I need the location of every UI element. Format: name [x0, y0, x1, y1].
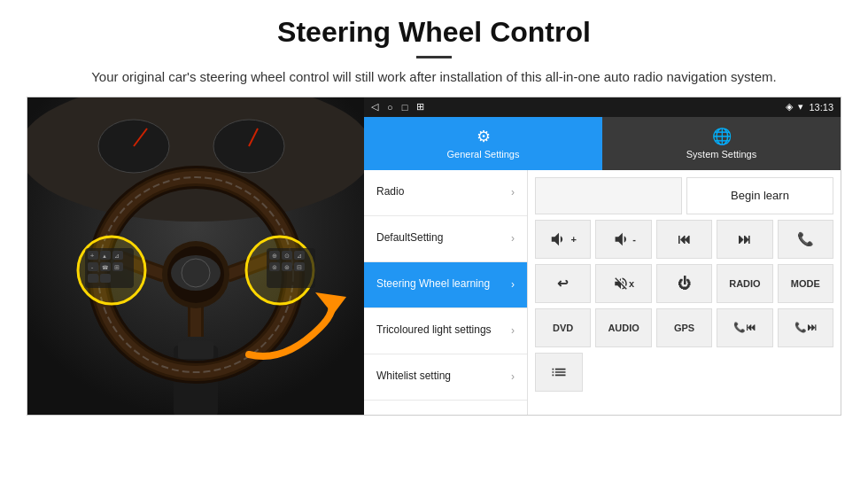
settings-list: Radio › DefaultSetting › Steering Wheel …	[364, 170, 841, 415]
tab-general-settings[interactable]: ⚙ General Settings	[364, 117, 602, 170]
tablet-ui: ◁ ○ □ ⊞ ◈ ▾ 13:13 ⚙ General Settings 🌐 S…	[364, 97, 841, 415]
menu-item-whitelist-label: Whitelist setting	[376, 370, 451, 384]
next-track-button[interactable]: ⏭	[717, 220, 772, 259]
menu-item-steering-wheel[interactable]: Steering Wheel learning ›	[364, 262, 527, 308]
begin-learn-button[interactable]: Begin learn	[686, 177, 833, 214]
svg-rect-24	[88, 274, 98, 283]
general-settings-icon: ⚙	[477, 127, 491, 146]
svg-text:+: +	[90, 252, 95, 260]
svg-point-14	[171, 255, 221, 291]
status-bar: ◁ ○ □ ⊞ ◈ ▾ 13:13	[364, 97, 841, 117]
page-header: Steering Wheel Control Your original car…	[0, 0, 868, 97]
chevron-icon-whitelist: ›	[511, 370, 515, 383]
svg-rect-7	[178, 341, 213, 359]
svg-text:-: -	[91, 263, 94, 271]
svg-rect-25	[100, 274, 111, 283]
page-title: Steering Wheel Control	[53, 16, 815, 49]
previous-track-button[interactable]: ⏮	[656, 220, 712, 259]
svg-text:⊚: ⊚	[272, 264, 277, 270]
clock: 13:13	[809, 102, 833, 113]
tab-general-label: General Settings	[447, 149, 520, 160]
svg-text:⊟: ⊟	[297, 264, 302, 270]
menu-item-default-label: DefaultSetting	[376, 231, 443, 245]
tab-system-label: System Settings	[686, 149, 756, 160]
chevron-icon-default: ›	[511, 232, 515, 245]
svg-text:⊛: ⊛	[284, 264, 290, 270]
svg-text:⊿: ⊿	[297, 253, 302, 259]
steering-wheel-panel: + - ▲ ☎ ⊿ ⊞ ⊕ ⊙ ⊿ ⊚ ⊛ ⊟	[27, 97, 364, 415]
radio-button[interactable]: RADIO	[717, 264, 772, 303]
chevron-icon-tricoloured: ›	[511, 324, 515, 337]
blank-input-box	[535, 177, 682, 214]
gps-button[interactable]: GPS	[656, 308, 712, 347]
chevron-icon-radio: ›	[511, 186, 515, 198]
source-controls-row: DVD AUDIO GPS 📞⏮ 📞⏭	[535, 308, 833, 347]
status-indicators: ◈ ▾ 13:13	[786, 101, 833, 113]
header-description: Your original car's steering wheel contr…	[53, 67, 815, 88]
svg-point-1	[27, 97, 364, 222]
action-controls-row: ↩ x ⏻ RADIO MODE	[535, 264, 833, 303]
tab-bar: ⚙ General Settings 🌐 System Settings	[364, 117, 841, 170]
header-divider	[416, 56, 452, 58]
svg-text:⊙: ⊙	[284, 253, 290, 259]
svg-text:⊞: ⊞	[114, 264, 120, 270]
nav-buttons: ◁ ○ □ ⊞	[371, 101, 424, 113]
phone-button[interactable]: 📞	[778, 220, 833, 259]
signal-icon: ▾	[798, 101, 803, 113]
steering-wheel-svg: + - ▲ ☎ ⊿ ⊞ ⊕ ⊙ ⊿ ⊚ ⊛ ⊟	[27, 97, 364, 415]
back-nav-icon[interactable]: ◁	[371, 101, 378, 113]
tab-system-settings[interactable]: 🌐 System Settings	[602, 117, 841, 170]
menu-item-steering-label: Steering Wheel learning	[376, 277, 490, 292]
menu-column: Radio › DefaultSetting › Steering Wheel …	[364, 170, 528, 415]
mute-button[interactable]: x	[595, 264, 651, 303]
system-settings-icon: 🌐	[712, 127, 732, 146]
svg-text:☎: ☎	[102, 265, 109, 270]
menu-item-tricoloured[interactable]: Tricoloured light settings ›	[364, 308, 527, 354]
power-button[interactable]: ⏻	[656, 264, 712, 303]
menu-item-whitelist[interactable]: Whitelist setting ›	[364, 354, 527, 401]
recents-nav-icon[interactable]: □	[402, 102, 408, 113]
list-button[interactable]	[535, 353, 583, 392]
location-icon: ◈	[786, 101, 793, 113]
apps-nav-icon[interactable]: ⊞	[416, 101, 424, 113]
controls-panel: Begin learn + - ⏮ ⏭ 📞	[528, 170, 841, 415]
return-button[interactable]: ↩	[535, 264, 591, 303]
menu-item-tricoloured-label: Tricoloured light settings	[376, 323, 492, 338]
mode-button[interactable]: MODE	[778, 264, 833, 303]
svg-text:⊿: ⊿	[114, 253, 120, 259]
svg-text:⊕: ⊕	[272, 253, 277, 259]
chevron-icon-steering: ›	[511, 278, 515, 291]
svg-text:▲: ▲	[102, 253, 107, 259]
begin-learn-row: Begin learn	[535, 177, 833, 214]
menu-item-radio-label: Radio	[376, 185, 404, 199]
audio-button[interactable]: AUDIO	[595, 308, 651, 347]
home-nav-icon[interactable]: ○	[387, 102, 393, 113]
volume-up-button[interactable]: +	[535, 220, 591, 259]
volume-down-button[interactable]: -	[595, 220, 651, 259]
phone-prev-button[interactable]: 📞⏮	[717, 308, 772, 347]
media-controls-row: + - ⏮ ⏭ 📞	[535, 220, 833, 259]
menu-item-default-setting[interactable]: DefaultSetting ›	[364, 216, 527, 262]
menu-item-radio[interactable]: Radio ›	[364, 170, 527, 216]
extra-controls-row	[535, 353, 833, 392]
dvd-button[interactable]: DVD	[535, 308, 591, 347]
phone-next-button[interactable]: 📞⏭	[778, 308, 833, 347]
main-content: + - ▲ ☎ ⊿ ⊞ ⊕ ⊙ ⊿ ⊚ ⊛ ⊟	[27, 97, 841, 416]
